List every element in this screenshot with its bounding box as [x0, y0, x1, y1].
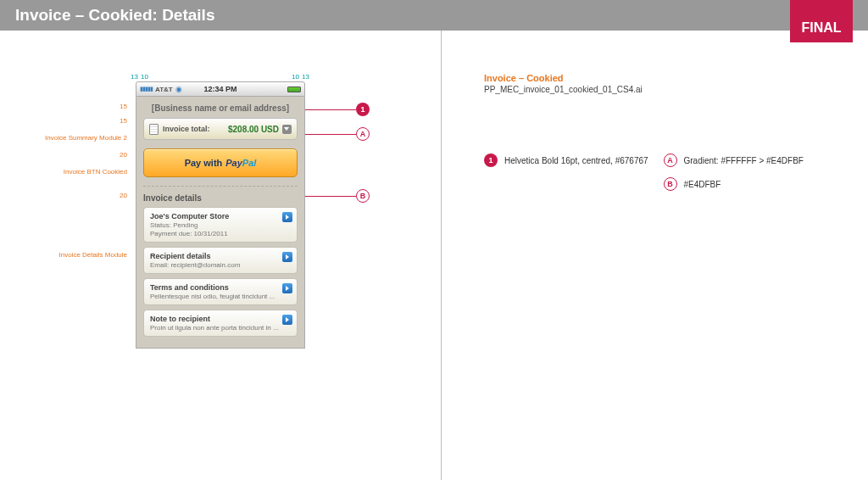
pay-with-paypal-button[interactable]: Pay with PayPal [143, 148, 298, 177]
redline-label: Invoice Summary Module 2 [17, 134, 127, 142]
dim-label: 10 [292, 73, 299, 81]
total-amount: $208.00 USD [228, 125, 279, 134]
callout-marker-1: 1 [484, 153, 498, 167]
chevron-down-icon [282, 125, 292, 134]
spec-title: Invoice – Cookied [484, 73, 843, 83]
content: 13 10 10 13 15 15 Invoice Summary Module… [0, 31, 868, 480]
dim-label: 20 [85, 151, 127, 159]
annotation-text: #E4DFBF [684, 180, 721, 189]
callout-marker-1: 1 [356, 103, 370, 116]
chevron-right-icon [282, 212, 292, 222]
final-badge: FINAL [790, 0, 853, 42]
card-subtitle: Payment due: 10/31/2011 [150, 230, 291, 237]
status-bar: ▮▮▮▮▮ AT&T ◉ 12:34 PM [136, 81, 305, 97]
card-title: Terms and conditions [150, 283, 291, 292]
section-header: Invoice details [143, 193, 298, 203]
annotation-col: 1 Helvetica Bold 16pt, centred, #676767 [484, 153, 664, 177]
clock: 12:34 PM [203, 85, 236, 93]
carrier-label: AT&T [155, 86, 173, 93]
chevron-right-icon [282, 283, 292, 293]
chevron-right-icon [282, 315, 292, 325]
card-subtitle: Pellentesque nisi odio, feugiat tincidun… [150, 293, 291, 300]
detail-card[interactable]: Recipient details Email: recipient@domai… [143, 247, 298, 274]
annotation-item: B #E4DFBF [664, 177, 843, 191]
detail-card[interactable]: Note to recipient Proin ut ligula non an… [143, 310, 298, 337]
dim-label: 13 [131, 73, 138, 81]
detail-card[interactable]: Terms and conditions Pellentesque nisi o… [143, 278, 298, 305]
card-title: Recipient details [150, 252, 291, 260]
phone-mockup: ▮▮▮▮▮ AT&T ◉ 12:34 PM [Business name or … [136, 81, 305, 349]
pay-prefix: Pay with [185, 158, 223, 168]
page-header: Invoice – Cookied: Details [0, 0, 868, 31]
card-subtitle: Status: Pending [150, 221, 291, 229]
signal-icon: ▮▮▮▮▮ [140, 86, 153, 92]
callout-line [305, 196, 356, 197]
divider [143, 186, 298, 187]
dim-label: 13 [302, 73, 309, 81]
invoice-icon [149, 124, 159, 135]
card-title: Joe's Computer Store [150, 212, 291, 220]
paypal-logo: PayPal [225, 158, 256, 168]
card-subtitle: Email: recipient@domain.com [150, 261, 291, 269]
card-subtitle: Proin ut ligula non ante porta tincidunt… [150, 324, 291, 332]
annotation-item: A Gradient: #FFFFFF > #E4DFBF [664, 153, 843, 167]
callout-marker-b: B [664, 177, 677, 191]
card-title: Note to recipient [150, 315, 291, 323]
invoice-total-row[interactable]: Invoice total: $208.00 USD [143, 118, 298, 140]
redline-label: Invoice BTN Cookied [17, 168, 127, 176]
app-body: [Business name or email address] Invoice… [136, 97, 305, 349]
dim-label: 20 [85, 192, 127, 199]
spec-filename: PP_MEC_invoice_01_cookied_01_CS4.ai [484, 85, 843, 94]
callout-line [305, 109, 356, 110]
annotation-item: 1 Helvetica Bold 16pt, centred, #676767 [484, 153, 664, 167]
wifi-icon: ◉ [175, 85, 182, 93]
right-panel: Invoice – Cookied PP_MEC_invoice_01_cook… [442, 31, 868, 480]
detail-card[interactable]: Joe's Computer Store Status: Pending Pay… [143, 207, 298, 243]
annotation-row: 1 Helvetica Bold 16pt, centred, #676767 … [484, 153, 843, 201]
chevron-right-icon [282, 252, 292, 262]
battery-icon [287, 87, 301, 92]
annotation-col: A Gradient: #FFFFFF > #E4DFBF B #E4DFBF [664, 153, 843, 201]
annotation-text: Helvetica Bold 16pt, centred, #676767 [504, 156, 648, 165]
callout-marker-a: A [664, 153, 677, 167]
callout-line [305, 134, 356, 135]
redline-label: Invoice Details Module [17, 251, 127, 259]
total-label: Invoice total: [163, 125, 210, 133]
callout-marker-a: A [356, 127, 370, 141]
dim-label: 15 [85, 103, 127, 110]
left-panel: 13 10 10 13 15 15 Invoice Summary Module… [0, 31, 441, 480]
page-title: Invoice – Cookied: Details [15, 6, 214, 25]
annotation-text: Gradient: #FFFFFF > #E4DFBF [684, 156, 804, 165]
business-name: [Business name or email address] [143, 102, 298, 118]
dim-label: 10 [141, 73, 148, 81]
callout-marker-b: B [356, 189, 370, 203]
dim-label: 15 [85, 117, 127, 125]
